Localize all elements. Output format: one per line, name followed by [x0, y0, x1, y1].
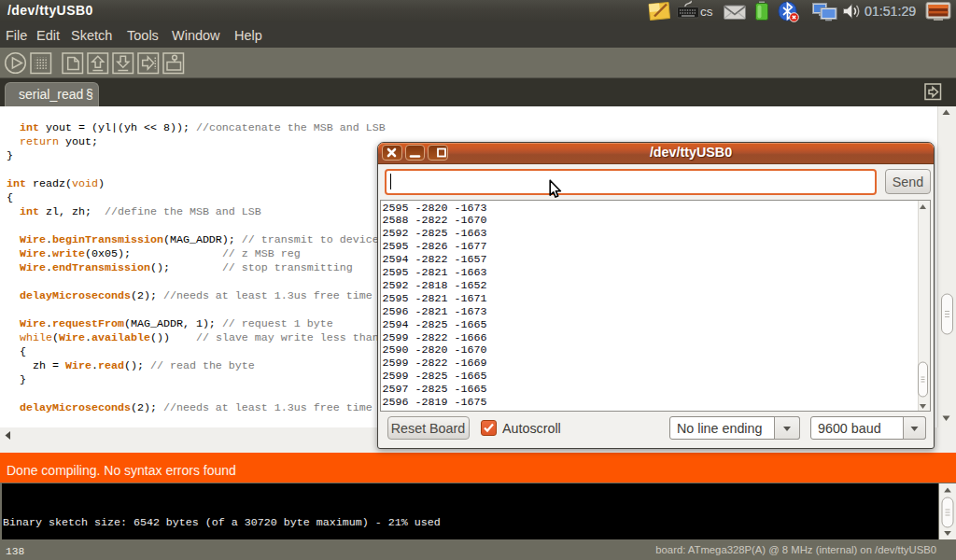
svg-text:01:51:29: 01:51:29 [865, 4, 916, 19]
svg-text:cs: cs [700, 5, 713, 19]
